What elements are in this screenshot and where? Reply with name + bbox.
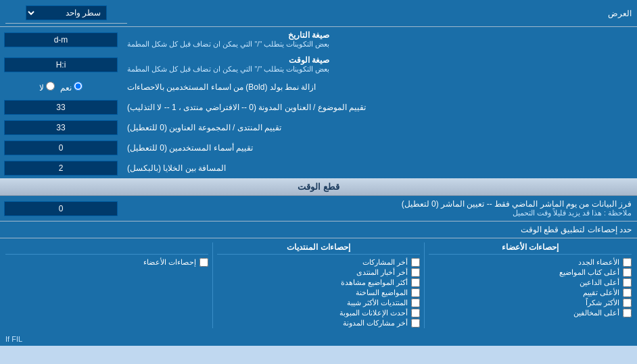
cutoff-filter-label-cell: فرز البيانات من يوم الماشر الماضي فقط --… bbox=[122, 196, 637, 221]
remove-bold-label: ازالة نمط بولد (Bold) من اسماء المستخدمي… bbox=[122, 77, 637, 97]
display-select[interactable]: سطر واحد سطران ثلاثة أسطر bbox=[26, 5, 107, 20]
date-format-row: صيغة التاريخ بعض التكوينات يتطلب "/" الت… bbox=[0, 27, 637, 52]
forum-order-label: تقييم المنتدى / المجموعة العناوين (0 للت… bbox=[122, 118, 637, 138]
checkbox-top-violators-input[interactable] bbox=[623, 309, 632, 317]
checkbox-new-members-input[interactable] bbox=[623, 258, 632, 267]
radio-no-label: لا bbox=[39, 82, 55, 93]
checkbox-latest-classifieds-label: أحدث الإعلانات المبوبة bbox=[339, 309, 408, 317]
checkbox-blog-posts: أخر مشاركات المدونة bbox=[217, 318, 420, 328]
checkbox-top-inviters-label: أعلى الداعين bbox=[580, 278, 619, 287]
col-divider-2 bbox=[212, 242, 213, 328]
time-format-sub: بعض التكوينات يتطلب "/" التي يمكن ان تضا… bbox=[127, 65, 329, 74]
display-label: العرض bbox=[127, 9, 632, 18]
cutoff-filter-input[interactable] bbox=[4, 201, 118, 216]
checkbox-last-posts-label: أخر المشاركات bbox=[362, 258, 408, 267]
checkbox-most-viewed-input[interactable] bbox=[411, 278, 420, 287]
topics-order-label: تقييم الموضوع / العناوين المدونة (0 -- ا… bbox=[122, 97, 637, 118]
checkbox-top-inviters: أعلى الداعين bbox=[429, 278, 632, 288]
checkbox-top-inviters-input[interactable] bbox=[623, 278, 632, 287]
checkbox-most-thankful-input[interactable] bbox=[623, 298, 632, 307]
date-format-label: صيغة التاريخ بعض التكوينات يتطلب "/" الت… bbox=[122, 27, 637, 52]
stats-middle-col: إحصاءات المنتديات أخر المشاركات أخر أخبا… bbox=[217, 242, 420, 328]
checkbox-top-writers: أعلى كتاب المواضيع bbox=[429, 267, 632, 278]
cutoff-header: قطع الوقت bbox=[0, 178, 637, 196]
checkbox-latest-classifieds-input[interactable] bbox=[411, 309, 420, 317]
checkbox-last-posts-input[interactable] bbox=[411, 258, 420, 267]
checkbox-blog-posts-input[interactable] bbox=[411, 319, 420, 328]
time-format-input-cell bbox=[0, 52, 122, 77]
footer: If FIL bbox=[0, 332, 637, 346]
forum-order-input-cell bbox=[0, 118, 122, 138]
checkbox-members-stats-input[interactable] bbox=[199, 258, 208, 267]
checkbox-top-rated-input[interactable] bbox=[623, 288, 632, 297]
checkbox-hot-topics-label: المواضيع الساخنة bbox=[356, 288, 408, 297]
checkbox-hot-topics: المواضيع الساخنة bbox=[217, 288, 420, 298]
display-row: العرض سطر واحد سطران ثلاثة أسطر bbox=[0, 0, 637, 27]
forum-order-input[interactable] bbox=[4, 120, 118, 135]
checkbox-top-violators-label: أعلى المخالفين bbox=[573, 309, 619, 317]
time-format-input[interactable] bbox=[4, 57, 118, 72]
checkbox-most-similar: المنتديات الأكثر شيبة bbox=[217, 298, 420, 308]
topics-order-input-cell bbox=[0, 97, 122, 118]
topics-order-input[interactable] bbox=[4, 100, 118, 115]
checkbox-most-thankful: الأكثر شكراً bbox=[429, 298, 632, 308]
date-format-sub: بعض التكوينات يتطلب "/" التي يمكن ان تضا… bbox=[127, 40, 329, 49]
checkbox-new-members: الأعضاء الجدد bbox=[429, 257, 632, 267]
checkbox-members-stats: إحصاءات الأعضاء bbox=[5, 257, 208, 267]
checkbox-new-members-label: الأعضاء الجدد bbox=[578, 258, 619, 267]
time-format-row: صيغة الوقت بعض التكوينات يتطلب "/" التي … bbox=[0, 52, 637, 77]
cells-spacing-input[interactable] bbox=[4, 161, 118, 176]
cutoff-filter-input-cell bbox=[0, 196, 122, 221]
stats-limit-label: حدد إحصاءات لتطبيق قطع الوقت bbox=[521, 225, 632, 234]
display-select-cell: سطر واحد سطران ثلاثة أسطر bbox=[5, 3, 127, 24]
stats-limit-row: حدد إحصاءات لتطبيق قطع الوقت bbox=[0, 222, 637, 238]
col-divider-1 bbox=[424, 242, 425, 328]
date-format-input-cell bbox=[0, 27, 122, 52]
stats-right-header bbox=[5, 242, 208, 255]
users-order-label: تقييم أسماء المستخدمين (0 للتعطيل) bbox=[122, 138, 637, 158]
time-format-main: صيغة الوقت bbox=[127, 55, 329, 65]
remove-bold-row: ازالة نمط بولد (Bold) من اسماء المستخدمي… bbox=[0, 77, 637, 97]
checkbox-top-writers-label: أعلى كتاب المواضيع bbox=[559, 268, 619, 277]
cutoff-filter-row: فرز البيانات من يوم الماشر الماضي فقط --… bbox=[0, 196, 637, 222]
radio-yes-label: نعم bbox=[60, 82, 82, 93]
time-format-label: صيغة الوقت بعض التكوينات يتطلب "/" التي … bbox=[122, 52, 637, 77]
checkbox-hot-topics-input[interactable] bbox=[411, 288, 420, 297]
radio-no[interactable] bbox=[46, 82, 55, 90]
checkbox-top-writers-input[interactable] bbox=[623, 268, 632, 277]
date-format-input[interactable] bbox=[4, 32, 118, 47]
checkbox-most-similar-input[interactable] bbox=[411, 298, 420, 307]
cells-spacing-label: المسافة بين الخلايا (بالبكسل) bbox=[122, 158, 637, 178]
users-order-input[interactable] bbox=[4, 140, 118, 155]
checkbox-most-thankful-label: الأكثر شكراً bbox=[586, 298, 619, 307]
cells-spacing-row: المسافة بين الخلايا (بالبكسل) bbox=[0, 158, 637, 178]
cutoff-filter-note: ملاحظة : هذا قد يزيد قليلاً وقت التحميل bbox=[127, 209, 632, 217]
checkbox-forum-news-label: أخر أخبار المنتدى bbox=[356, 268, 408, 277]
checkbox-most-similar-label: المنتديات الأكثر شيبة bbox=[347, 298, 408, 307]
stats-left-header: إحصاءات الأعضاء bbox=[429, 242, 632, 255]
stats-columns: إحصاءات الأعضاء الأعضاء الجدد أعلى كتاب … bbox=[0, 238, 637, 332]
checkbox-forum-news: أخر أخبار المنتدى bbox=[217, 267, 420, 278]
forum-order-row: تقييم المنتدى / المجموعة العناوين (0 للت… bbox=[0, 118, 637, 138]
checkbox-most-viewed-label: أكثر المواضيع مشاهدة bbox=[341, 278, 408, 287]
checkbox-top-rated: الأعلى تقييم bbox=[429, 288, 632, 298]
checkbox-most-viewed: أكثر المواضيع مشاهدة bbox=[217, 278, 420, 288]
checkbox-members-stats-label: إحصاءات الأعضاء bbox=[143, 258, 196, 267]
stats-left-col: إحصاءات الأعضاء الأعضاء الجدد أعلى كتاب … bbox=[429, 242, 632, 328]
stats-middle-header: إحصاءات المنتديات bbox=[217, 242, 420, 255]
cutoff-filter-main: فرز البيانات من يوم الماشر الماضي فقط --… bbox=[127, 199, 632, 209]
checkbox-latest-classifieds: أحدث الإعلانات المبوبة bbox=[217, 308, 420, 318]
remove-bold-input-cell: نعم لا bbox=[0, 77, 122, 97]
footer-text: If FIL bbox=[5, 335, 22, 343]
users-order-input-cell bbox=[0, 138, 122, 158]
stats-right-col: إحصاءات الأعضاء bbox=[5, 242, 208, 328]
checkbox-forum-news-input[interactable] bbox=[411, 268, 420, 277]
checkbox-top-rated-label: الأعلى تقييم bbox=[583, 288, 619, 297]
cells-spacing-input-cell bbox=[0, 158, 122, 178]
users-order-row: تقييم أسماء المستخدمين (0 للتعطيل) bbox=[0, 138, 637, 158]
radio-yes[interactable] bbox=[74, 82, 82, 90]
topics-order-row: تقييم الموضوع / العناوين المدونة (0 -- ا… bbox=[0, 97, 637, 118]
date-format-main: صيغة التاريخ bbox=[127, 30, 329, 40]
checkbox-last-posts: أخر المشاركات bbox=[217, 257, 420, 267]
main-container: العرض سطر واحد سطران ثلاثة أسطر صيغة الت… bbox=[0, 0, 637, 346]
